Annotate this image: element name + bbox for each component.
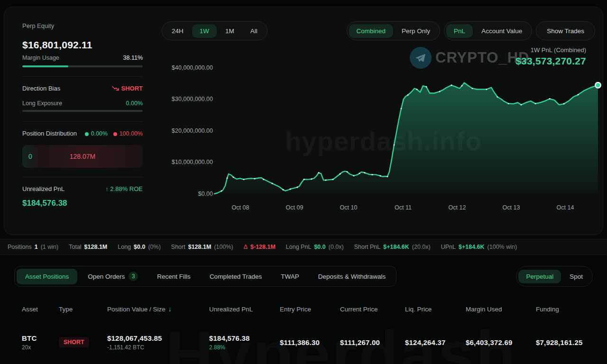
positions-summary-bar: Positions 1 (1 win) Total $128.1M Long $… — [0, 239, 607, 255]
roe-wrap: ↑ 2.88% ROE — [105, 185, 143, 192]
trending-down-icon — [112, 86, 120, 91]
summary-long-pnl: Long PnL $0.0 (0.0x) — [286, 244, 344, 250]
tab-open-orders[interactable]: Open Orders 3 — [79, 267, 147, 285]
show-trades-button[interactable]: Show Trades — [536, 21, 595, 40]
dist-short-pct: 100.00% — [120, 130, 143, 137]
positions-table-header: Asset Type Position Value / Size ↓ Unrea… — [22, 305, 593, 313]
market-type-toggle: Perpetual Spot — [516, 266, 593, 287]
short-dot-icon — [113, 132, 117, 136]
perp-equity-label-row: Perp Equity — [18, 22, 54, 29]
position-distribution-label: Position Distribution — [22, 130, 77, 137]
col-unrealized-pnl: Unrealized PnL — [209, 306, 280, 313]
positions-tabs: Asset Positions Open Orders 3 Recent Fil… — [14, 266, 396, 287]
position-value-cell: $128,067,453.85 -1,151.42 BTC — [107, 334, 209, 351]
divider — [22, 76, 143, 77]
y-tick: $40,000,000.00 — [172, 64, 213, 71]
divider — [22, 121, 143, 122]
perp-equity-value: $16,801,092.11 — [22, 39, 92, 51]
current-price-cell: $111,267.00 — [340, 338, 405, 346]
metric-pnl-button[interactable]: PnL — [446, 24, 473, 38]
unrealized-pnl-row: Unrealized PnL ↑ 2.88% ROE — [22, 185, 143, 192]
dist-long-pct: 0.00% — [91, 130, 108, 137]
chart-controls: 24H 1W 1M All Combined Perp Only PnL Acc… — [162, 21, 600, 40]
x-axis: Oct 08Oct 09Oct 10Oct 11Oct 12Oct 13Oct … — [213, 204, 598, 214]
direction-bias-value: SHORT — [121, 85, 143, 92]
position-distribution-bar: 0 128.07M — [22, 145, 143, 168]
chart-toggles: Combined Perp Only PnL Account Value Sho… — [347, 21, 595, 40]
unrealized-roe: 2.88% ROE — [110, 185, 143, 192]
chart-area-fill — [214, 83, 598, 194]
long-dot-icon — [85, 132, 89, 136]
summary-delta: Δ $-128.1M — [244, 244, 276, 250]
position-value: $128,067,453.85 — [107, 334, 209, 342]
range-all-button[interactable]: All — [243, 24, 265, 38]
x-tick: Oct 13 — [492, 204, 530, 211]
tab-asset-positions[interactable]: Asset Positions — [17, 269, 77, 284]
mode-combined-button[interactable]: Combined — [349, 24, 394, 38]
unrealized-pnl-cell: $184,576.38 2.88% — [209, 334, 280, 351]
margin-usage-row: Margin Usage 38.11% — [22, 55, 143, 61]
unrealized-pnl-value: $184,576.38 — [22, 199, 67, 208]
margin-usage-value: 38.11% — [123, 55, 143, 61]
pnl-readout: 1W PnL (Combined) $33,573,270.27 — [515, 46, 586, 67]
position-distribution-row: Position Distribution 0.00% 100.00% — [22, 130, 143, 137]
col-funding: Funding — [536, 306, 593, 313]
x-tick: Oct 09 — [276, 204, 313, 211]
hyperdash-dashboard: Perp Equity $16,801,092.11 Margin Usage … — [0, 0, 607, 364]
table-row-btc[interactable]: BTC 20x SHORT $128,067,453.85 -1,151.42 … — [22, 329, 593, 355]
position-size: -1,151.42 BTC — [107, 344, 209, 351]
asset-leverage: 20x — [22, 344, 59, 351]
asset-symbol: BTC — [22, 334, 59, 342]
divider — [22, 177, 143, 177]
perp-equity-label: Perp Equity — [18, 22, 54, 29]
pnl-chart[interactable] — [213, 65, 598, 197]
tab-twap[interactable]: TWAP — [272, 269, 308, 284]
margin-usage-label: Margin Usage — [22, 55, 59, 61]
overview-panel: Perp Equity $16,801,092.11 Margin Usage … — [4, 7, 603, 235]
sort-desc-icon: ↓ — [168, 305, 172, 313]
tab-completed-trades[interactable]: Completed Trades — [201, 269, 270, 284]
toggle-perpetual[interactable]: Perpetual — [518, 270, 561, 283]
pnl-readout-label: 1W PnL (Combined) — [515, 46, 586, 54]
col-entry-price: Entry Price — [280, 306, 340, 313]
col-current-price: Current Price — [340, 306, 405, 313]
range-1m-button[interactable]: 1M — [218, 24, 242, 38]
margin-usage-fill — [22, 65, 68, 67]
x-tick: Oct 14 — [546, 204, 584, 211]
range-24h-button[interactable]: 24H — [164, 24, 191, 38]
tab-deposits-withdrawals[interactable]: Deposits & Withdrawals — [310, 269, 395, 284]
x-tick: Oct 11 — [384, 204, 422, 211]
row-unrealized-pnl: $184,576.38 — [209, 334, 280, 342]
summary-long: Long $0.0 (0%) — [118, 244, 161, 250]
margin-used-cell: $6,403,372.69 — [466, 338, 536, 346]
long-exposure-row: Long Exposure 0.00% — [22, 100, 143, 107]
long-exposure-value: 0.00% — [126, 100, 143, 107]
toggle-spot[interactable]: Spot — [562, 270, 590, 283]
direction-bias-value-wrap: SHORT — [112, 85, 143, 92]
margin-usage-bar — [22, 65, 143, 67]
mode-toggle-group: Combined Perp Only — [347, 21, 441, 40]
liq-price-cell: $124,264.37 — [405, 338, 466, 346]
col-asset: Asset — [22, 306, 59, 313]
col-position-value[interactable]: Position Value / Size ↓ — [107, 305, 209, 313]
col-type: Type — [59, 306, 107, 313]
y-tick: $0.00 — [198, 191, 213, 197]
type-cell: SHORT — [59, 337, 107, 347]
col-margin-used: Margin Used — [466, 306, 536, 313]
metric-account-value-button[interactable]: Account Value — [474, 24, 530, 38]
x-tick: Oct 10 — [330, 204, 368, 211]
dist-short-value: 128.07M — [22, 153, 143, 160]
x-tick: Oct 12 — [438, 204, 476, 211]
mode-perp-only-button[interactable]: Perp Only — [394, 24, 438, 38]
open-orders-badge: 3 — [129, 272, 138, 281]
tab-recent-fills[interactable]: Recent Fills — [148, 269, 199, 284]
range-1w-button[interactable]: 1W — [192, 24, 217, 38]
distribution-legend: 0.00% 100.00% — [85, 130, 143, 137]
summary-short: Short $128.1M (100%) — [171, 244, 233, 250]
time-range-group: 24H 1W 1M All — [162, 21, 267, 40]
chart-end-marker — [595, 82, 601, 89]
short-badge: SHORT — [59, 337, 89, 347]
y-axis: $0.00$10,000,000.00$20,000,000.00$30,000… — [164, 65, 213, 197]
col-liq-price: Liq. Price — [405, 306, 466, 313]
entry-price-cell: $111,386.30 — [280, 338, 340, 346]
